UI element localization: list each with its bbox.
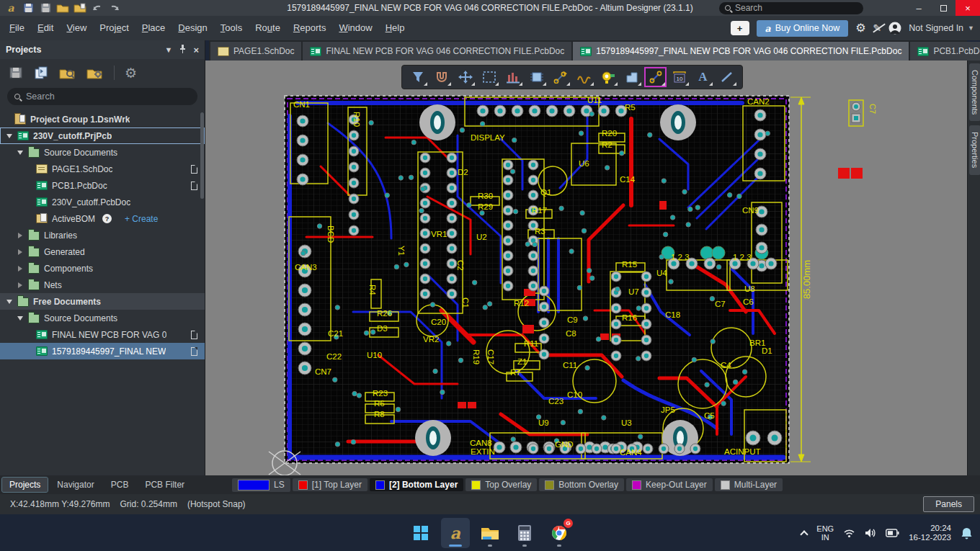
floating-smd-pads[interactable]	[838, 168, 863, 179]
interactive-route-icon[interactable]	[549, 67, 571, 87]
tree-item-source-documents[interactable]: Source Documents	[0, 310, 205, 326]
pcb-editor-canvas[interactable]: CN1R10U11R5CAN2DISPLAYR20R2U6D2C14CN9Q1B…	[205, 61, 967, 475]
panel-pin-icon[interactable]	[179, 45, 186, 55]
panel-scrollbar[interactable]	[200, 112, 204, 199]
doc-tab-1579189445997-final-new-pcb-for-vag-046-correction-file-pcbdoc[interactable]: 1579189445997_FINAL NEW PCB FOR VAG 046 …	[573, 42, 909, 61]
buy-online-button[interactable]: aBuy Online Now	[757, 20, 849, 37]
tree-expanded-icon[interactable]	[6, 300, 12, 304]
open-project-icon[interactable]	[74, 2, 86, 14]
tree-item-230v-cutoff-prjpcb[interactable]: 230V_cutoff.PrjPcb	[0, 127, 205, 144]
create-link[interactable]: + Create	[125, 214, 158, 224]
dimension-icon[interactable]: 10	[668, 67, 690, 87]
notification-bell-icon[interactable]	[961, 527, 973, 539]
tree-item-nets[interactable]: Nets	[0, 277, 205, 293]
panel-tab-navigator[interactable]: Navigator	[50, 478, 101, 492]
layer-tab-multi-layer[interactable]: Multi-Layer	[715, 478, 783, 491]
volume-icon[interactable]	[865, 528, 876, 538]
line-icon[interactable]	[716, 67, 738, 87]
tree-expanded-icon[interactable]	[17, 151, 23, 155]
menu-tools[interactable]: Tools	[214, 16, 249, 40]
layer-tab-keep-out-layer[interactable]: Keep-Out Layer	[626, 478, 713, 491]
tree-item-libraries[interactable]: Libraries	[0, 227, 205, 243]
tree-item-final-new-pcb-for-vag-0[interactable]: FINAL NEW PCB FOR VAG 0	[0, 326, 205, 343]
panel-explore-icon[interactable]	[59, 66, 76, 79]
altium-taskbar-icon[interactable]: a	[441, 518, 470, 548]
language-indicator[interactable]: ENGIN	[816, 524, 834, 542]
tree-item-generated[interactable]: Generated	[0, 243, 205, 260]
start-button[interactable]	[406, 518, 435, 548]
filter-icon[interactable]	[406, 67, 429, 87]
close-button[interactable]: ×	[956, 0, 980, 16]
move-icon[interactable]	[454, 67, 476, 87]
tree-collapsed-icon[interactable]	[18, 266, 22, 272]
panel-dropdown-icon[interactable]: ▼	[165, 45, 173, 54]
menu-design[interactable]: Design	[172, 16, 213, 40]
menu-reports[interactable]: Reports	[287, 16, 333, 40]
layer-tab-ls[interactable]: LS	[232, 478, 290, 492]
chrome-icon[interactable]: G	[545, 518, 574, 548]
tree-collapsed-icon[interactable]	[18, 282, 22, 288]
panel-save-icon[interactable]	[9, 66, 23, 79]
tree-item-230v-cutoff-pcbdoc[interactable]: 230V_cutoff.PcbDoc	[0, 194, 205, 210]
panel-settings-icon[interactable]: ⚙	[125, 66, 137, 80]
panel-project-options-icon[interactable]	[86, 66, 104, 79]
panel-tab-pcb[interactable]: PCB	[104, 478, 136, 492]
comment-icon[interactable]: +	[731, 21, 749, 35]
align-icon[interactable]	[502, 67, 524, 87]
menu-place[interactable]: Place	[135, 16, 172, 40]
minimize-button[interactable]: –	[906, 0, 931, 16]
right-tab-components[interactable]: Components	[969, 63, 980, 121]
menu-edit[interactable]: Edit	[31, 16, 60, 40]
tree-item-1579189445997-final-new[interactable]: 1579189445997_FINAL NEW	[0, 343, 205, 359]
tree-item-page1-schdoc[interactable]: PAGE1.SchDoc	[0, 161, 205, 177]
tree-item-activebom[interactable]: ActiveBOM?+ Create	[0, 210, 205, 227]
tree-item-project-group-1-dsnwrk[interactable]: Project Group 1.DsnWrk	[0, 111, 205, 127]
menu-project[interactable]: Project	[93, 16, 135, 40]
doc-tab-page1-schdoc[interactable]: PAGE1.SchDoc	[210, 42, 301, 61]
menu-help[interactable]: Help	[379, 16, 411, 40]
sign-in-status[interactable]: Not Signed In▼	[909, 23, 974, 33]
tree-collapsed-icon[interactable]	[18, 249, 22, 255]
tree-expanded-icon[interactable]	[17, 316, 23, 321]
panel-compile-icon[interactable]	[33, 66, 49, 79]
polygon-pour-icon[interactable]	[620, 67, 643, 87]
tune-icon[interactable]	[573, 67, 595, 87]
tree-item-components[interactable]: Components	[0, 260, 205, 277]
clock[interactable]: 20:2416-12-2023	[909, 524, 951, 542]
wifi-icon[interactable]	[843, 528, 855, 538]
layer-tab-1-top-layer[interactable]: [1] Top Layer	[293, 478, 368, 491]
calculator-icon[interactable]	[510, 518, 539, 548]
snap-magnet-icon[interactable]	[430, 67, 453, 87]
global-search-input[interactable]: Search	[719, 2, 863, 14]
redo-icon[interactable]	[108, 2, 121, 14]
file-explorer-icon[interactable]	[476, 518, 504, 548]
floating-component-c7[interactable]: C7	[849, 100, 877, 126]
select-area-icon[interactable]	[478, 67, 500, 87]
save-all-icon[interactable]	[39, 2, 52, 14]
right-tab-properties[interactable]: Properties	[969, 125, 980, 174]
tray-chevron-icon[interactable]	[801, 530, 808, 538]
tree-item-source-documents[interactable]: Source Documents	[0, 144, 205, 161]
panels-button[interactable]: Panels	[923, 496, 974, 512]
undo-icon[interactable]	[91, 2, 104, 14]
track-icon[interactable]	[644, 67, 667, 87]
tree-collapsed-icon[interactable]	[18, 233, 22, 238]
component-icon[interactable]	[525, 67, 548, 87]
tree-item-pcb1-pcbdoc[interactable]: PCB1.PcbDoc	[0, 177, 205, 194]
via-icon[interactable]	[597, 67, 619, 87]
panel-tab-projects[interactable]: Projects	[2, 478, 48, 492]
layer-tab-2-bottom-layer[interactable]: [2] Bottom Layer	[370, 478, 463, 491]
help-icon[interactable]: ?	[102, 214, 112, 223]
menu-view[interactable]: View	[60, 16, 93, 40]
projects-search-input[interactable]: Search	[7, 88, 197, 105]
open-icon[interactable]	[56, 2, 69, 14]
doc-tab-final-new-pcb-for-vag-046-correction-file-pcbdoc[interactable]: FINAL NEW PCB FOR VAG 046 CORRECTION FIL…	[303, 42, 571, 61]
doc-tab-pcb1-pcbdoc[interactable]: PCB1.PcbDoc	[910, 42, 980, 61]
restore-button[interactable]	[931, 0, 956, 16]
menu-file[interactable]: File	[3, 16, 31, 40]
menu-window[interactable]: Window	[332, 16, 378, 40]
panel-tab-pcb-filter[interactable]: PCB Filter	[138, 478, 192, 492]
battery-icon[interactable]	[886, 529, 899, 537]
settings-gear-icon[interactable]: ⚙	[855, 22, 865, 34]
tree-expanded-icon[interactable]	[6, 134, 12, 138]
